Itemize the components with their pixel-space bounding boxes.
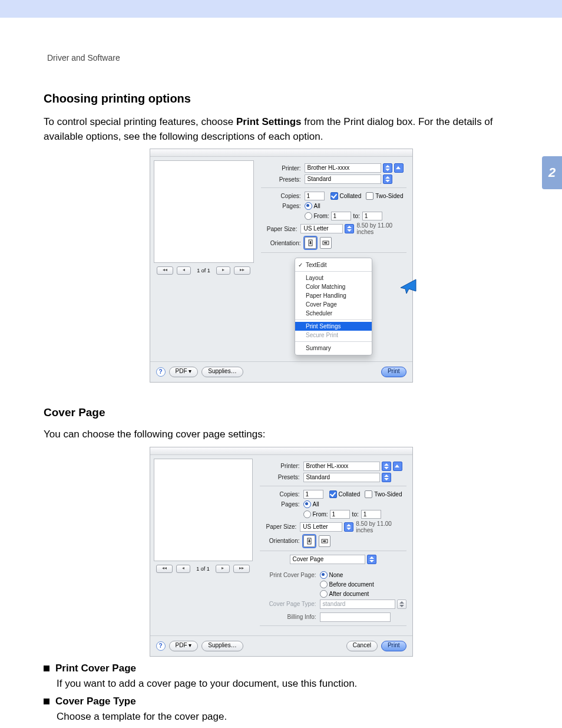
presets-dropdown[interactable]: Standard [305, 174, 392, 184]
next-page-button[interactable]: ▸ [216, 266, 230, 275]
pages-all-radio[interactable] [303, 500, 311, 508]
copies-input[interactable]: 1 [303, 490, 323, 499]
pages-to-input[interactable]: 1 [361, 510, 381, 519]
print-preview-pane [154, 160, 254, 263]
pages-to-input[interactable]: 1 [362, 212, 382, 220]
printer-dropdown[interactable]: Brother HL-xxxx [303, 462, 391, 471]
pdf-button[interactable]: PDF ▾ [169, 367, 199, 377]
running-head: Driver and Software [47, 53, 538, 62]
cover-after-radio[interactable] [320, 590, 328, 598]
paper-size-dropdown[interactable]: US Letter [300, 224, 354, 233]
printer-info-button[interactable] [393, 462, 402, 471]
popup-item-textedit[interactable]: TextEdit [295, 261, 372, 269]
heading-choosing-printing-options: Choosing printing options [44, 92, 518, 106]
options-popup-menu[interactable]: TextEdit Layout Color Matching Paper Han… [295, 258, 372, 355]
orientation-landscape[interactable] [320, 237, 332, 249]
pages-from-radio[interactable] [305, 212, 312, 220]
paper-size-dropdown[interactable]: US Letter [300, 522, 353, 532]
supplies-button[interactable]: Supplies… [201, 641, 243, 651]
printer-dropdown[interactable]: Brother HL-xxxx [305, 163, 392, 173]
page-indicator: 1 of 1 [196, 566, 210, 572]
last-page-button[interactable]: ▸▸ [233, 565, 250, 573]
list-item: Print Cover Page If you want to add a co… [44, 663, 518, 690]
help-button[interactable]: ? [156, 367, 166, 377]
pages-from-input[interactable]: 1 [331, 212, 351, 220]
collated-checkbox[interactable] [330, 192, 338, 200]
options-section-dropdown[interactable]: Cover Page [290, 555, 376, 564]
chapter-tab: 2 [542, 156, 562, 189]
popup-item-paper-handling[interactable]: Paper Handling [295, 291, 372, 300]
popup-item-secure-print[interactable]: Secure Print [295, 331, 372, 340]
popup-item-cover-page[interactable]: Cover Page [295, 300, 372, 309]
paragraph: To control special printing features, ch… [44, 115, 518, 144]
prev-page-button[interactable]: ◂ [177, 266, 191, 275]
list-item: Cover Page Type Choose a template for th… [44, 696, 518, 723]
print-button[interactable]: Print [381, 641, 406, 651]
supplies-button[interactable]: Supplies… [201, 367, 243, 377]
heading-cover-page: Cover Page [44, 406, 518, 419]
print-dialog-cover-page: ◂◂ ◂ 1 of 1 ▸ ▸▸ Printer: Brother HL-xxx… [150, 447, 413, 657]
page-indicator: 1 of 1 [197, 268, 210, 274]
bullet-icon [44, 699, 49, 704]
orientation-portrait[interactable] [303, 535, 315, 547]
popup-item-color-matching[interactable]: Color Matching [295, 282, 372, 291]
callout-arrow-icon [398, 278, 418, 296]
orientation-landscape[interactable] [319, 535, 330, 547]
cancel-button[interactable]: Cancel [346, 641, 378, 651]
paragraph: You can choose the following cover page … [44, 427, 518, 442]
pdf-button[interactable]: PDF ▾ [169, 641, 199, 651]
popup-item-layout[interactable]: Layout [295, 274, 372, 282]
two-sided-checkbox[interactable] [365, 490, 372, 498]
first-page-button[interactable]: ◂◂ [157, 266, 173, 275]
print-dialog-print-settings: ◂◂ ◂ 1 of 1 ▸ ▸▸ Printer: Brother HL-xxx… [150, 149, 413, 383]
last-page-button[interactable]: ▸▸ [234, 266, 250, 275]
bullet-icon [44, 666, 49, 671]
help-button[interactable]: ? [156, 641, 166, 651]
popup-item-scheduler[interactable]: Scheduler [295, 309, 372, 318]
orientation-portrait[interactable] [305, 237, 316, 249]
two-sided-checkbox[interactable] [366, 192, 373, 200]
first-page-button[interactable]: ◂◂ [156, 565, 173, 573]
popup-item-print-settings[interactable]: Print Settings [295, 322, 372, 331]
cover-before-radio[interactable] [320, 581, 328, 588]
printer-info-button[interactable] [394, 163, 404, 173]
popup-item-summary[interactable]: Summary [295, 344, 372, 353]
billing-info-input[interactable] [320, 612, 391, 622]
pages-from-input[interactable]: 1 [330, 510, 350, 519]
cover-none-radio[interactable] [320, 571, 328, 579]
presets-dropdown[interactable]: Standard [303, 473, 391, 482]
pages-from-radio[interactable] [303, 510, 311, 518]
pages-all-radio[interactable] [305, 202, 312, 210]
prev-page-button[interactable]: ◂ [176, 565, 190, 573]
next-page-button[interactable]: ▸ [216, 565, 230, 573]
print-preview-pane [154, 459, 253, 561]
copies-input[interactable]: 1 [305, 192, 325, 200]
collated-checkbox[interactable] [329, 490, 337, 498]
print-button[interactable]: Print [381, 367, 406, 377]
cover-page-type-dropdown[interactable]: standard [320, 599, 406, 609]
